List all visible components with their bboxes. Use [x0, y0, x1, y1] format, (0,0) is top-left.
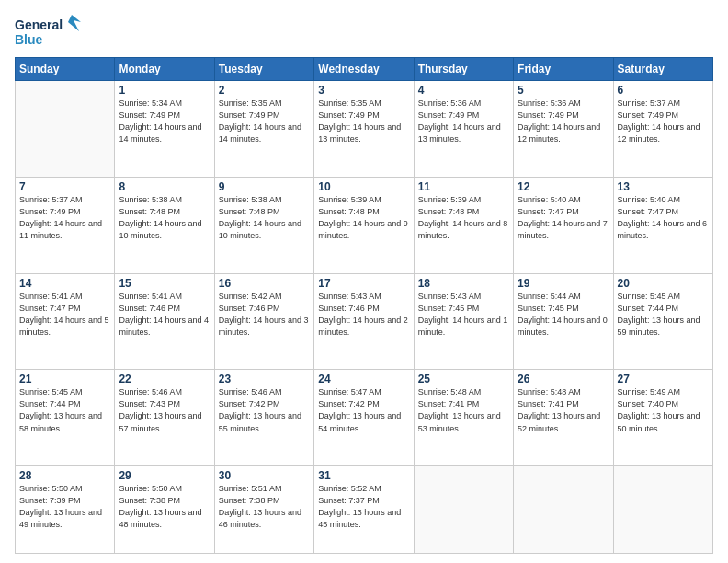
- day-number: 11: [418, 180, 509, 193]
- day-info: Sunrise: 5:48 AM Sunset: 7:41 PM Dayligh…: [418, 386, 509, 434]
- calendar-cell: 14Sunrise: 5:41 AM Sunset: 7:47 PM Dayli…: [16, 273, 115, 370]
- calendar-cell: 17Sunrise: 5:43 AM Sunset: 7:46 PM Dayli…: [314, 273, 414, 370]
- day-number: 3: [318, 84, 409, 97]
- calendar-cell: 3Sunrise: 5:35 AM Sunset: 7:49 PM Daylig…: [314, 81, 414, 178]
- day-number: 25: [418, 373, 509, 385]
- day-info: Sunrise: 5:39 AM Sunset: 7:48 PM Dayligh…: [418, 194, 509, 242]
- day-number: 15: [119, 277, 210, 290]
- calendar-cell: 4Sunrise: 5:36 AM Sunset: 7:49 PM Daylig…: [414, 81, 513, 178]
- svg-text:Blue: Blue: [15, 32, 43, 47]
- day-info: Sunrise: 5:52 AM Sunset: 7:37 PM Dayligh…: [318, 483, 409, 531]
- day-info: Sunrise: 5:46 AM Sunset: 7:43 PM Dayligh…: [119, 386, 210, 434]
- day-info: Sunrise: 5:35 AM Sunset: 7:49 PM Dayligh…: [219, 98, 310, 145]
- calendar-cell: 9Sunrise: 5:38 AM Sunset: 7:48 PM Daylig…: [214, 177, 313, 273]
- day-number: 16: [219, 277, 310, 290]
- weekday-header-row: SundayMondayTuesdayWednesdayThursdayFrid…: [16, 58, 713, 81]
- day-number: 7: [19, 180, 110, 193]
- day-number: 14: [19, 277, 110, 290]
- page: General Blue SundayMondayTuesdayWednesda…: [0, 0, 728, 563]
- day-info: Sunrise: 5:50 AM Sunset: 7:38 PM Dayligh…: [119, 483, 210, 531]
- week-row-1: 1Sunrise: 5:34 AM Sunset: 7:49 PM Daylig…: [16, 81, 713, 178]
- calendar-cell: 30Sunrise: 5:51 AM Sunset: 7:38 PM Dayli…: [214, 466, 313, 554]
- calendar-cell: 19Sunrise: 5:44 AM Sunset: 7:45 PM Dayli…: [514, 273, 613, 370]
- weekday-header-thursday: Thursday: [414, 58, 513, 81]
- day-number: 29: [119, 469, 210, 482]
- day-info: Sunrise: 5:36 AM Sunset: 7:49 PM Dayligh…: [518, 98, 609, 145]
- day-number: 1: [119, 84, 210, 97]
- day-info: Sunrise: 5:45 AM Sunset: 7:44 PM Dayligh…: [19, 386, 110, 434]
- day-number: 8: [119, 180, 210, 193]
- calendar-cell: 22Sunrise: 5:46 AM Sunset: 7:43 PM Dayli…: [115, 370, 214, 466]
- day-info: Sunrise: 5:46 AM Sunset: 7:42 PM Dayligh…: [219, 386, 310, 434]
- calendar-cell: 6Sunrise: 5:37 AM Sunset: 7:49 PM Daylig…: [613, 81, 712, 178]
- calendar-cell: 23Sunrise: 5:46 AM Sunset: 7:42 PM Dayli…: [214, 370, 313, 466]
- calendar-cell: [16, 81, 115, 178]
- day-number: 2: [219, 84, 310, 97]
- logo-svg: General Blue: [15, 13, 81, 50]
- day-number: 27: [618, 373, 709, 385]
- day-info: Sunrise: 5:43 AM Sunset: 7:45 PM Dayligh…: [418, 291, 509, 339]
- svg-text:General: General: [15, 17, 63, 32]
- day-number: 20: [618, 277, 709, 290]
- week-row-4: 21Sunrise: 5:45 AM Sunset: 7:44 PM Dayli…: [16, 370, 713, 466]
- day-info: Sunrise: 5:41 AM Sunset: 7:46 PM Dayligh…: [119, 291, 210, 339]
- day-number: 4: [418, 84, 509, 97]
- day-info: Sunrise: 5:42 AM Sunset: 7:46 PM Dayligh…: [219, 291, 310, 339]
- calendar-cell: 5Sunrise: 5:36 AM Sunset: 7:49 PM Daylig…: [514, 81, 613, 178]
- day-number: 30: [219, 469, 310, 482]
- day-number: 12: [518, 180, 609, 193]
- calendar-cell: 20Sunrise: 5:45 AM Sunset: 7:44 PM Dayli…: [613, 273, 712, 370]
- day-info: Sunrise: 5:41 AM Sunset: 7:47 PM Dayligh…: [19, 291, 110, 339]
- calendar-cell: 29Sunrise: 5:50 AM Sunset: 7:38 PM Dayli…: [115, 466, 214, 554]
- svg-marker-2: [68, 15, 81, 31]
- week-row-2: 7Sunrise: 5:37 AM Sunset: 7:49 PM Daylig…: [16, 177, 713, 273]
- day-info: Sunrise: 5:49 AM Sunset: 7:40 PM Dayligh…: [618, 386, 709, 434]
- day-number: 23: [219, 373, 310, 385]
- day-info: Sunrise: 5:40 AM Sunset: 7:47 PM Dayligh…: [518, 194, 609, 242]
- day-info: Sunrise: 5:39 AM Sunset: 7:48 PM Dayligh…: [318, 194, 409, 242]
- day-number: 24: [318, 373, 409, 385]
- day-number: 17: [318, 277, 409, 290]
- day-info: Sunrise: 5:36 AM Sunset: 7:49 PM Dayligh…: [418, 98, 509, 145]
- day-info: Sunrise: 5:47 AM Sunset: 7:42 PM Dayligh…: [318, 386, 409, 434]
- calendar-cell: 2Sunrise: 5:35 AM Sunset: 7:49 PM Daylig…: [214, 81, 313, 178]
- header: General Blue: [15, 13, 713, 50]
- calendar-cell: [514, 466, 613, 554]
- calendar-cell: 12Sunrise: 5:40 AM Sunset: 7:47 PM Dayli…: [514, 177, 613, 273]
- weekday-header-tuesday: Tuesday: [214, 58, 313, 81]
- week-row-3: 14Sunrise: 5:41 AM Sunset: 7:47 PM Dayli…: [16, 273, 713, 370]
- day-info: Sunrise: 5:34 AM Sunset: 7:49 PM Dayligh…: [119, 98, 210, 145]
- day-info: Sunrise: 5:43 AM Sunset: 7:46 PM Dayligh…: [318, 291, 409, 339]
- day-info: Sunrise: 5:44 AM Sunset: 7:45 PM Dayligh…: [518, 291, 609, 339]
- calendar-cell: 18Sunrise: 5:43 AM Sunset: 7:45 PM Dayli…: [414, 273, 513, 370]
- day-number: 18: [418, 277, 509, 290]
- day-number: 28: [19, 469, 110, 482]
- calendar-cell: 24Sunrise: 5:47 AM Sunset: 7:42 PM Dayli…: [314, 370, 414, 466]
- calendar-cell: 7Sunrise: 5:37 AM Sunset: 7:49 PM Daylig…: [16, 177, 115, 273]
- day-number: 31: [318, 469, 409, 482]
- day-info: Sunrise: 5:37 AM Sunset: 7:49 PM Dayligh…: [19, 194, 110, 242]
- day-number: 22: [119, 373, 210, 385]
- calendar-cell: 15Sunrise: 5:41 AM Sunset: 7:46 PM Dayli…: [115, 273, 214, 370]
- calendar-cell: 26Sunrise: 5:48 AM Sunset: 7:41 PM Dayli…: [514, 370, 613, 466]
- day-number: 13: [618, 180, 709, 193]
- calendar-cell: 25Sunrise: 5:48 AM Sunset: 7:41 PM Dayli…: [414, 370, 513, 466]
- day-number: 5: [518, 84, 609, 97]
- week-row-5: 28Sunrise: 5:50 AM Sunset: 7:39 PM Dayli…: [16, 466, 713, 554]
- weekday-header-friday: Friday: [514, 58, 613, 81]
- day-number: 26: [518, 373, 609, 385]
- day-info: Sunrise: 5:40 AM Sunset: 7:47 PM Dayligh…: [618, 194, 709, 242]
- weekday-header-monday: Monday: [115, 58, 214, 81]
- calendar-cell: 11Sunrise: 5:39 AM Sunset: 7:48 PM Dayli…: [414, 177, 513, 273]
- calendar-cell: 8Sunrise: 5:38 AM Sunset: 7:48 PM Daylig…: [115, 177, 214, 273]
- day-info: Sunrise: 5:48 AM Sunset: 7:41 PM Dayligh…: [518, 386, 609, 434]
- weekday-header-sunday: Sunday: [16, 58, 115, 81]
- calendar-cell: [613, 466, 712, 554]
- day-number: 19: [518, 277, 609, 290]
- calendar-table: SundayMondayTuesdayWednesdayThursdayFrid…: [15, 57, 713, 554]
- weekday-header-wednesday: Wednesday: [314, 58, 414, 81]
- logo: General Blue: [15, 13, 81, 50]
- calendar-cell: 10Sunrise: 5:39 AM Sunset: 7:48 PM Dayli…: [314, 177, 414, 273]
- day-info: Sunrise: 5:50 AM Sunset: 7:39 PM Dayligh…: [19, 483, 110, 531]
- calendar-cell: [414, 466, 513, 554]
